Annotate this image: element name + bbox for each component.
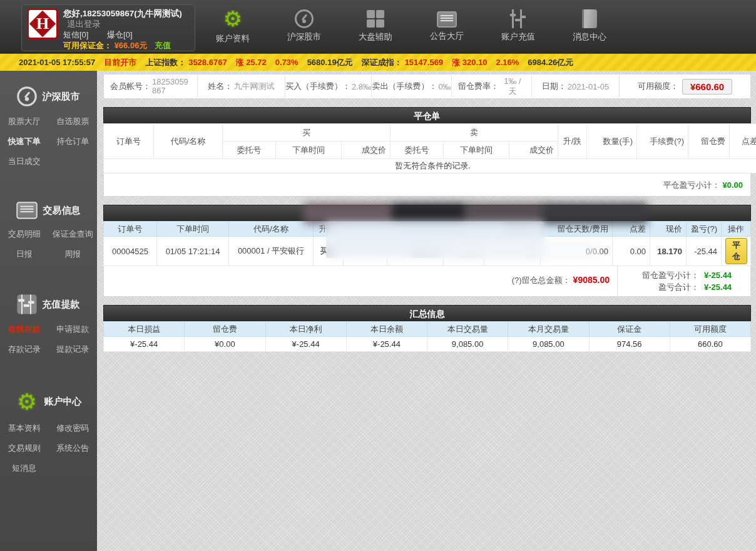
col-updown: 升/跌	[558, 124, 587, 159]
col-sell-time: 下单时间	[444, 142, 509, 159]
sidebar-item-trade-rules[interactable]: 交易规则	[0, 443, 49, 454]
inbox-icon	[16, 202, 38, 219]
nav-label: 账户充值	[492, 31, 544, 43]
sidebar-section-stock-market: 沪深股市 股票大厅 自选股票 快速下单 持仓订单 当日成交	[0, 87, 97, 167]
summary-row: ¥-25.44 ¥0.00 ¥-25.44 ¥-25.44 9,085.00 9…	[104, 337, 751, 352]
buy-fee: 买入（手续费）：2.8‰	[285, 76, 372, 97]
sidebar-item-change-password[interactable]: 修改密码	[49, 423, 98, 434]
nav-label: 消息中心	[563, 31, 616, 43]
nav-stock-market[interactable]: 沪深股市	[278, 8, 330, 44]
member-account: 会员帐号：18253059867	[104, 76, 198, 97]
sidebar-item-position-orders[interactable]: 持仓订单	[49, 136, 98, 147]
gear-icon	[15, 389, 39, 413]
sz-index-change: 涨 320.10	[452, 57, 487, 68]
ticker-datetime: 2021-01-05 17:55:57	[19, 58, 95, 67]
val-month-volume: 9,085.00	[508, 337, 589, 352]
empty-records-message: 暂无符合条件的记录.	[104, 159, 756, 173]
section-title: 充值提款	[43, 299, 80, 311]
nav-account-profile[interactable]: 账户资料	[207, 8, 259, 44]
section-title: 沪深股市	[43, 91, 80, 103]
nav-announcement-hall[interactable]: 公告大厅	[421, 8, 473, 44]
closed-orders-title: 平仓单	[103, 107, 751, 123]
sh-index-pct: 0.73%	[275, 58, 299, 67]
col-month-volume: 本月交易量	[508, 322, 589, 337]
sh-index-value: 3528.6767	[188, 58, 227, 67]
nav-message-center[interactable]: 消息中心	[563, 8, 616, 44]
inbox-icon	[437, 11, 457, 28]
col-sell-price: 成交价	[509, 142, 558, 159]
sidebar-item-trade-detail[interactable]: 交易明细	[0, 229, 49, 240]
col-order-time: 下单时间	[157, 222, 229, 237]
sliders-icon	[509, 9, 528, 28]
sidebar-item-online-deposit[interactable]: 在线存款	[0, 324, 49, 335]
col-today-net: 本日净利	[265, 322, 346, 337]
col-buy-weituo: 委托号	[223, 142, 276, 159]
market-status: 目前开市	[104, 57, 136, 68]
sz-index-value: 15147.569	[405, 58, 443, 67]
col-redacted-1	[344, 222, 387, 237]
col-buy-price: 成交价	[342, 142, 391, 159]
cell-pnl: -25.44	[687, 237, 722, 266]
col-fee: 手续费(?)	[637, 124, 688, 159]
sidebar-section-deposit-withdraw: 充值提款 在线存款 申请提款 存款记录 提款记录	[0, 295, 97, 355]
col-order-no: 订单号	[104, 124, 154, 159]
nav-account-recharge[interactable]: 账户充值	[492, 8, 544, 44]
sidebar-item-basic-profile[interactable]: 基本资料	[0, 423, 49, 434]
col-buy-group: 买	[223, 124, 391, 142]
position-row: 00004525 01/05 17:21:14 000001 / 平安银行 买升…	[104, 237, 751, 266]
col-holding-fee: 留仓费	[185, 322, 265, 337]
nav-market-assist[interactable]: 大盘辅助	[349, 8, 402, 44]
margin-value: ¥66.06元	[115, 41, 148, 50]
col-buy-time: 下单时间	[276, 142, 342, 159]
margin-label: 可用保证金：	[63, 41, 112, 50]
sidebar-item-stock-hall[interactable]: 股票大厅	[0, 116, 49, 127]
logout-link[interactable]: 退出登录	[67, 19, 101, 29]
close-position-button[interactable]: 平仓	[725, 238, 747, 264]
market-ticker: 2021-01-05 17:55:57 目前开市 上证指数： 3528.6767…	[0, 53, 756, 71]
val-margin: 974.56	[589, 337, 670, 352]
sidebar-item-short-message[interactable]: 短消息	[0, 463, 49, 474]
sidebar-item-withdraw-apply[interactable]: 申请提款	[49, 324, 98, 335]
sidebar-item-margin-query[interactable]: 保证金查询	[49, 229, 98, 240]
val-today-balance: ¥-25.44	[346, 337, 427, 352]
user-panel: H 您好,18253059867(九牛网测试)退出登录 短信[0] 爆仓[0] …	[21, 4, 195, 51]
cell-order-time: 01/05 17:21:14	[157, 237, 229, 266]
col-redacted-2	[387, 222, 444, 237]
open-positions-table: 订单号 下单时间 代码/名称 升/跌 数量(手) 留仓天数/费用 点差 现价 盈…	[103, 221, 751, 266]
cell-updown: 买升	[314, 237, 344, 266]
val-today-net: ¥-25.44	[265, 337, 346, 352]
col-holding-fee: 留仓费	[688, 124, 730, 159]
col-today-pnl: 本日损益	[104, 322, 185, 337]
sidebar-item-deposit-records[interactable]: 存款记录	[0, 344, 49, 355]
sz-index-volume: 6984.26亿元	[528, 57, 573, 68]
sidebar-item-today-deals[interactable]: 当日成交	[0, 156, 49, 167]
topbar: H 您好,18253059867(九牛网测试)退出登录 短信[0] 爆仓[0] …	[0, 0, 756, 53]
recharge-link[interactable]: 充值	[155, 41, 171, 50]
sidebar-item-withdraw-records[interactable]: 提款记录	[49, 344, 98, 355]
col-available-quota: 可用额度	[670, 322, 750, 337]
cell-price: 18.170	[650, 237, 687, 266]
cell-redacted-amount: 9085.00	[387, 237, 444, 266]
sidebar-item-weekly-report[interactable]: 周报	[49, 249, 98, 260]
val-available-quota: 660.60	[670, 337, 750, 352]
cell-code-name: 000001 / 平安银行	[229, 237, 314, 266]
col-today-volume: 本日交易量	[427, 322, 508, 337]
sz-index-pct: 2.16%	[496, 58, 519, 67]
cell-redacted-float: -25.44	[444, 237, 484, 266]
closed-orders-block: 平仓单 订单号 代码/名称 买 卖 升/跌 数量(手) 手续费(?) 留仓费	[103, 107, 751, 197]
col-days-fee: 留仓天数/费用	[541, 222, 613, 237]
sidebar-item-system-notice[interactable]: 系统公告	[49, 443, 98, 454]
col-today-balance: 本日余额	[346, 322, 427, 337]
sidebar-item-daily-report[interactable]: 日报	[0, 249, 49, 260]
sidebar-item-quick-order[interactable]: 快速下单	[0, 136, 49, 147]
sell-fee: 卖出（手续费）：0‰	[372, 76, 452, 97]
current-date: 日期：2021-01-05	[532, 76, 620, 97]
sidebar-item-watchlist[interactable]: 自选股票	[49, 116, 98, 127]
nav-label: 沪深股市	[278, 31, 330, 43]
sms-count-link[interactable]: 短信[0]	[63, 30, 88, 39]
baocang-count-link[interactable]: 爆仓[0]	[107, 30, 132, 39]
nav-label: 公告大厅	[421, 31, 473, 42]
cell-spread: 0.00	[613, 237, 650, 266]
col-order-no: 订单号	[104, 222, 157, 237]
sidebar-section-account-center: 账户中心 基本资料 修改密码 交易规则 系统公告 短消息	[0, 390, 97, 474]
